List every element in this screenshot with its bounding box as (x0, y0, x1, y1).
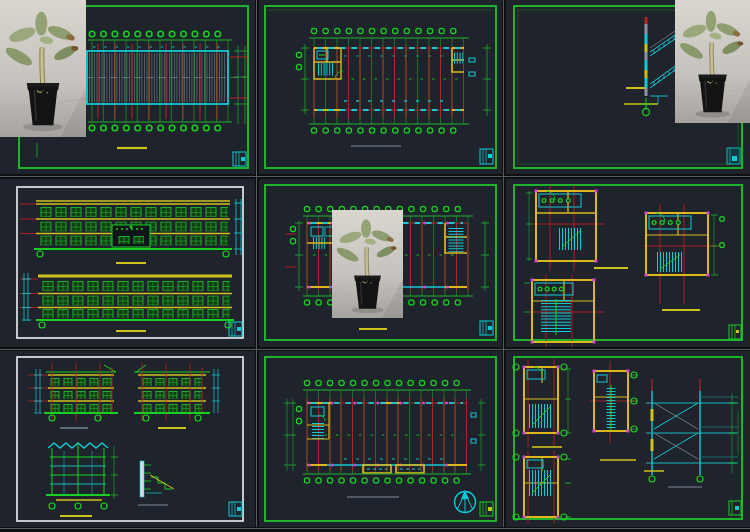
stair-detail (624, 17, 678, 116)
eave-detail (138, 461, 174, 505)
sheet-frame (265, 357, 496, 521)
plant-photo-overlay (332, 210, 403, 318)
grid-bubbles-top (309, 31, 469, 38)
collage-seam-horizontal (0, 528, 750, 529)
sheet-title-block-icon (727, 148, 740, 164)
gable-elevation-left (28, 363, 118, 428)
sheet-title-block-icon (480, 321, 493, 335)
cad-drawing (506, 179, 750, 347)
stair-core-right (452, 48, 464, 72)
panel-stair-plans-section (506, 351, 750, 527)
grid-bubbles-top (88, 34, 232, 40)
north-arrow-icon (455, 490, 476, 513)
plant-photo-overlay (675, 0, 750, 123)
stair-core-left (314, 48, 343, 79)
stair-plan-c (513, 451, 571, 523)
sheet-title-block-icon (233, 152, 246, 166)
rear-elevation (20, 273, 234, 331)
collage-seam-vertical (256, 0, 257, 527)
stair-section (644, 379, 738, 487)
cad-collage (0, 0, 750, 532)
grid-bubbles-top (303, 383, 471, 390)
dimension-right (471, 399, 485, 471)
panel-ground-floor-plan (259, 351, 502, 527)
collage-seam-horizontal (0, 349, 750, 350)
building-section (46, 443, 118, 516)
dimension-right (469, 44, 491, 116)
dimension-right (228, 46, 248, 124)
panel-floor-plan-upper (259, 0, 502, 174)
stair-core-right (445, 223, 467, 253)
grid-bubbles-bottom (88, 122, 232, 128)
cad-drawing (0, 179, 255, 347)
stair-plan-a (513, 359, 571, 447)
cad-drawing (259, 0, 502, 174)
sheet-title-block-icon (229, 502, 242, 516)
cad-drawing (506, 351, 750, 527)
front-elevation (20, 199, 243, 263)
panel-enlarged-plans (506, 179, 750, 347)
gable-elevation-right (134, 363, 220, 428)
collage-seam-horizontal (0, 176, 750, 177)
collage-seam-vertical (503, 0, 504, 527)
grid-bubbles-bottom (303, 474, 471, 481)
plan-a (526, 185, 604, 271)
cad-drawing (259, 351, 502, 527)
dimension-right (481, 221, 489, 291)
sheet-title-block-icon (729, 501, 741, 515)
sheet-title-block-icon (480, 502, 493, 516)
sheet-title-block-icon (729, 325, 741, 339)
sheet-title-block-icon (480, 149, 493, 164)
dimension-left (284, 399, 299, 471)
panel-elevations (0, 179, 255, 347)
cad-drawing (0, 351, 255, 527)
dimension-left (285, 221, 303, 291)
grid-lines (92, 40, 228, 122)
stair-plan-b (590, 361, 638, 460)
dimension-left (299, 44, 309, 114)
stair-core-left (307, 403, 329, 439)
plant-photo-overlay (0, 0, 86, 137)
grid-bubbles-bottom (309, 124, 469, 131)
plan-c (644, 204, 722, 304)
panel-side-elevations-section (0, 351, 255, 527)
plan-b (524, 275, 604, 347)
